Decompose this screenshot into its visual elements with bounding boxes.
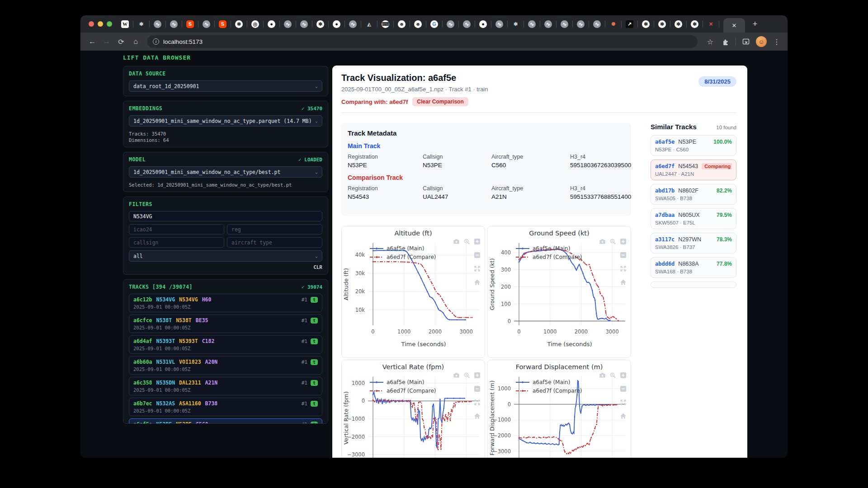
pinned-tab-swirl[interactable]: ∿ xyxy=(558,17,571,31)
home-icon[interactable]: ⌂ xyxy=(129,35,142,48)
autoscale-icon[interactable] xyxy=(474,265,481,272)
pinned-tab-swirl[interactable]: ∿ xyxy=(346,17,359,31)
autoscale-icon[interactable] xyxy=(620,399,627,406)
pinned-tab-swirl[interactable]: ∿ xyxy=(525,17,538,31)
similar-track-item[interactable]: a7dbaa N605UX 79.5% SKW5507 · E75L xyxy=(651,208,736,229)
extensions-puzzle-icon[interactable] xyxy=(720,36,731,47)
icao24-field[interactable]: icao24 xyxy=(129,224,224,235)
new-tab-button[interactable]: + xyxy=(749,18,761,30)
search-input[interactable]: N534VG xyxy=(129,211,322,221)
pinned-tab-person[interactable]: ☻ xyxy=(411,17,425,31)
zoom-out-icon[interactable] xyxy=(620,252,627,258)
zoom-icon[interactable] xyxy=(609,372,616,379)
back-icon[interactable]: ← xyxy=(86,35,99,48)
download-plot-icon[interactable] xyxy=(599,372,606,379)
active-tab[interactable]: ✕ xyxy=(723,18,745,33)
callsign-field[interactable]: callsign xyxy=(129,237,224,248)
minimize-window-button[interactable] xyxy=(98,21,103,27)
embeddings-select[interactable]: 1d_20250901_mini_same_window_no_ac_type.… xyxy=(129,115,322,127)
model-select[interactable]: 1d_20250901_mini_same_window_no_ac_type/… xyxy=(129,166,322,178)
zoom-in-icon[interactable] xyxy=(620,372,627,379)
pinned-tab-export[interactable]: ↗ xyxy=(623,17,636,31)
reset-axes-home-icon[interactable] xyxy=(474,279,481,286)
track-list-item[interactable]: a6b60a N531VL VOI1823 A20N #1 t 2025-09-… xyxy=(129,356,322,375)
track-list-item[interactable]: a6cfce N538T N538T BE35 #1 t 2025-09-01 … xyxy=(129,314,322,333)
pinned-tab-prism[interactable]: ◭ xyxy=(363,17,376,31)
reset-axes-home-icon[interactable] xyxy=(474,413,481,419)
pinned-tab-github[interactable]: ● xyxy=(476,17,490,31)
data-source-select[interactable]: data_root_1d_20250901 ⌄ xyxy=(129,80,322,92)
close-window-button[interactable] xyxy=(89,21,94,27)
pinned-tab-openai[interactable]: ✻ xyxy=(135,17,148,31)
pinned-tab-swirl[interactable]: ∿ xyxy=(444,17,457,31)
pinned-tab-swirl[interactable]: ∿ xyxy=(574,17,587,31)
download-plot-icon[interactable] xyxy=(453,238,460,245)
profile-avatar[interactable]: ☺ xyxy=(756,36,767,47)
clear-comparison-button[interactable]: Clear Comparison xyxy=(412,97,468,106)
pinned-tab-openai-light[interactable]: ✻ xyxy=(672,17,685,31)
pinned-tab-swirl[interactable]: ∿ xyxy=(493,17,506,31)
address-bar[interactable]: i localhost:5173 xyxy=(147,35,698,48)
pinned-tab-swirl[interactable]: ∿ xyxy=(297,17,311,31)
pinned-tab-swirl[interactable]: ∿ xyxy=(590,17,604,31)
download-plot-icon[interactable] xyxy=(599,238,606,245)
reg-field[interactable]: reg xyxy=(227,224,322,235)
pinned-tab-openai-light[interactable]: ✻ xyxy=(314,17,327,31)
autoscale-icon[interactable] xyxy=(474,399,481,406)
pinned-tab-x-red[interactable]: ✕ xyxy=(704,17,717,31)
pinned-tab-swirl[interactable]: ∿ xyxy=(542,17,555,31)
zoom-out-icon[interactable] xyxy=(474,252,481,258)
similar-track-item[interactable]: abd17b N8602F 82.2% SWA505 · B738 xyxy=(651,184,736,205)
pinned-tab-swirl[interactable]: ∿ xyxy=(200,17,213,31)
clear-filters-button[interactable]: CLR xyxy=(313,264,322,270)
zoom-window-button[interactable] xyxy=(107,21,112,27)
pinned-tab-wikipedia[interactable]: W xyxy=(118,17,132,31)
track-list-item[interactable]: a6d4af N5393T N5393T C182 #1 t 2025-09-0… xyxy=(129,335,322,354)
track-list-item[interactable]: a6b7ec N532AS ASA1160 B738 #1 t 2025-09-… xyxy=(129,398,322,416)
zoom-in-icon[interactable] xyxy=(620,238,627,245)
zoom-out-icon[interactable] xyxy=(620,385,627,392)
reset-axes-home-icon[interactable] xyxy=(620,279,627,286)
aircraft-type-field[interactable]: aircraft type xyxy=(227,237,322,248)
pinned-tab-svelte[interactable]: S xyxy=(216,17,229,31)
pinned-tab-openai[interactable]: ✻ xyxy=(509,17,522,31)
zoom-in-icon[interactable] xyxy=(474,372,481,379)
pinned-tab-swirl[interactable]: ∿ xyxy=(281,17,294,31)
zoom-icon[interactable] xyxy=(463,372,470,379)
filter-mode-select[interactable]: all ⌄ xyxy=(129,250,322,262)
zoom-icon[interactable] xyxy=(609,238,616,245)
pinned-tab-github[interactable]: ● xyxy=(265,17,278,31)
pinned-tab-openai-light[interactable]: ✻ xyxy=(639,17,652,31)
bookmark-star-icon[interactable]: ☆ xyxy=(705,36,716,47)
url-text[interactable]: localhost:5173 xyxy=(163,38,203,45)
pinned-tab-target[interactable]: ◎ xyxy=(249,17,262,31)
similar-track-item[interactable]: a3117c N297WN 78.3% SWA3826 · B737 xyxy=(651,233,736,253)
pinned-tab-swirl[interactable]: ∿ xyxy=(460,17,473,31)
pinned-tab-svelte[interactable]: S xyxy=(184,17,197,31)
close-tab-icon[interactable]: ✕ xyxy=(732,22,737,29)
reset-axes-home-icon[interactable] xyxy=(620,413,627,419)
similar-track-item[interactable]: a6af5e N53PE 100.0% N53PE · C560 xyxy=(651,135,736,156)
download-plot-icon[interactable] xyxy=(453,372,460,379)
pinned-tab-swirl[interactable]: ∿ xyxy=(167,17,180,31)
pinned-tab-swirl[interactable]: ∿ xyxy=(151,17,164,31)
similar-track-item-clipped[interactable] xyxy=(651,282,736,288)
track-list-item[interactable]: a6c12b N534VG N534VG H60 #1 t 2025-09-01… xyxy=(129,294,322,312)
pinned-tab-google[interactable]: G xyxy=(428,17,441,31)
track-list-item[interactable]: a6af5e N53PE N53PE C560 #1 t 2025-09-01 … xyxy=(129,418,322,424)
reload-icon[interactable]: ⟳ xyxy=(115,35,127,48)
pinned-tab-keyboard[interactable]: ⌨ xyxy=(379,17,392,31)
pinned-tab-person[interactable]: ☻ xyxy=(395,17,408,31)
zoom-out-icon[interactable] xyxy=(474,385,481,392)
zoom-in-icon[interactable] xyxy=(474,238,481,245)
site-info-icon[interactable]: i xyxy=(153,38,159,45)
menu-kebab-icon[interactable]: ⋮ xyxy=(771,36,782,47)
pinned-tab-starburst[interactable]: ✺ xyxy=(607,17,620,31)
forward-icon[interactable]: → xyxy=(100,35,113,48)
pinned-tab-openai-light[interactable]: ✻ xyxy=(232,17,245,31)
similar-track-item[interactable]: a6ed7f N54543 Comparing8 UAL2447 · A21N xyxy=(651,160,736,180)
track-list-item[interactable]: a6c358 N535DN DAL2311 A21N #1 t 2025-09-… xyxy=(129,377,322,395)
zoom-icon[interactable] xyxy=(463,238,470,245)
pinned-tab-openai-light[interactable]: ✻ xyxy=(656,17,669,31)
similar-track-item[interactable]: abdd6d N8638A 77.8% SWA168 · B738 xyxy=(651,257,736,278)
